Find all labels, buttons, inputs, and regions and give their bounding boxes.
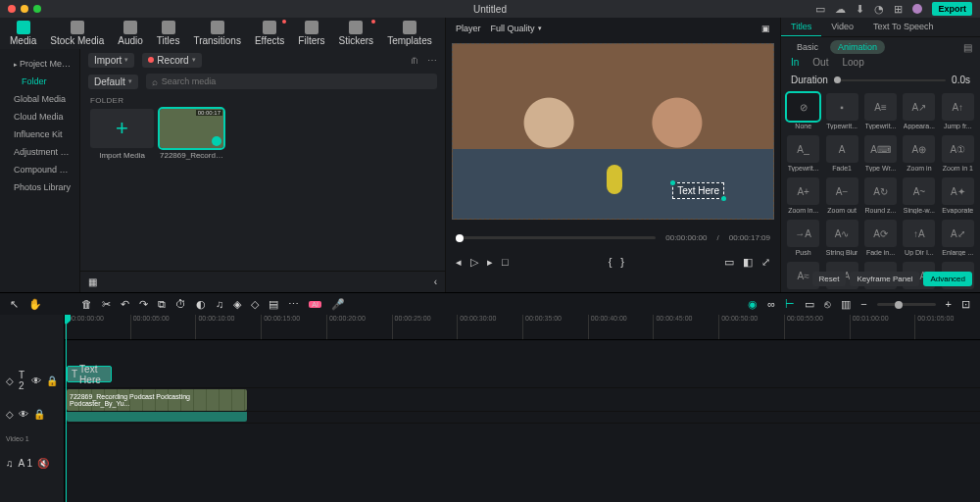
- track-head-t2[interactable]: ◇T 2👁🔒: [0, 364, 64, 397]
- mark-out-icon[interactable]: }: [620, 256, 624, 268]
- tl-key-icon[interactable]: ◇: [251, 298, 259, 311]
- tl-audio-icon[interactable]: ♫: [216, 298, 223, 310]
- track-head-v1[interactable]: ◇👁🔒: [0, 397, 64, 430]
- rtab-video[interactable]: Video: [821, 18, 863, 36]
- tab-transitions[interactable]: Transitions: [189, 21, 245, 46]
- tl-zoom-slider[interactable]: [877, 303, 936, 306]
- track-head-a1[interactable]: ♫A 1🔇: [0, 446, 64, 479]
- grid-icon[interactable]: ⊞: [894, 3, 903, 16]
- fx-8[interactable]: A⊕Zoom in: [901, 133, 937, 174]
- tl-track-icon[interactable]: ▤: [269, 298, 278, 311]
- timeline-tracks[interactable]: 00:00:00:0000:00:05:0000:00:10:0000:00:1…: [65, 315, 980, 502]
- quality-select[interactable]: Full Quality▾: [491, 24, 542, 33]
- sidebar-item-7[interactable]: Photos Library: [0, 178, 79, 196]
- cloud-icon[interactable]: ☁: [835, 3, 846, 16]
- display-icon[interactable]: ▭: [724, 256, 734, 269]
- fx-17[interactable]: A⟳Fade in...: [862, 218, 899, 258]
- layout-icon[interactable]: ▭: [815, 3, 825, 16]
- fx-18[interactable]: ↑AUp Dir I...: [901, 218, 937, 258]
- tl-redo-icon[interactable]: ↷: [139, 298, 148, 311]
- rtab-titles[interactable]: Titles: [781, 18, 821, 36]
- tl-mic-icon[interactable]: 🎤: [331, 298, 345, 311]
- tl-ai-icon[interactable]: AI: [309, 301, 321, 308]
- tl-more-icon[interactable]: ⋯: [288, 298, 299, 311]
- export-button[interactable]: Export: [932, 2, 972, 16]
- tl-undo-icon[interactable]: ↶: [121, 298, 129, 311]
- tl-marker-icon[interactable]: ◈: [233, 298, 241, 311]
- fx-5[interactable]: A⎯Typewrit...: [785, 133, 821, 174]
- bell-icon[interactable]: ◔: [874, 3, 884, 16]
- fx-7[interactable]: A⌨Type Wr...: [862, 133, 899, 174]
- preview-viewport[interactable]: Text Here: [452, 43, 774, 220]
- stop-button[interactable]: □: [502, 256, 509, 269]
- fx-16[interactable]: A∿String Blur: [823, 218, 859, 258]
- tl-fit-icon[interactable]: ⊡: [961, 298, 970, 311]
- import-media-thumb[interactable]: + Import Media: [90, 109, 154, 160]
- tab-media[interactable]: Media: [6, 21, 40, 46]
- sort-default[interactable]: Default▾: [88, 75, 138, 89]
- tl-speed-icon[interactable]: ⏱: [175, 298, 186, 310]
- tab-filters[interactable]: Filters: [294, 21, 328, 46]
- fx-0[interactable]: ⊘None: [785, 91, 821, 131]
- fx-11[interactable]: A−Zoom out: [823, 176, 859, 216]
- play-button[interactable]: ▷: [470, 256, 478, 269]
- fx-19[interactable]: A⤢Enlarge ...: [940, 218, 976, 258]
- import-button[interactable]: Import▾: [88, 53, 134, 68]
- tl-zoom-in-icon[interactable]: +: [946, 298, 952, 310]
- tab-out[interactable]: Out: [812, 57, 828, 69]
- tab-audio[interactable]: Audio: [114, 21, 147, 46]
- tab-stock-media[interactable]: Stock Media: [46, 21, 108, 46]
- playhead[interactable]: [66, 315, 67, 502]
- subtab-basic[interactable]: Basic: [789, 40, 826, 54]
- fx-3[interactable]: A↗Appeara...: [901, 91, 937, 131]
- preset-icon[interactable]: ▤: [963, 42, 972, 53]
- tl-select-icon[interactable]: ↖: [10, 298, 19, 311]
- media-clip-thumb[interactable]: 00:00:17 722869_Recording P...: [160, 109, 223, 160]
- close-icon[interactable]: [8, 5, 16, 13]
- tl-link-icon[interactable]: ∞: [767, 298, 775, 310]
- mark-in-icon[interactable]: {: [609, 256, 612, 268]
- fullscreen-icon[interactable]: ⤢: [761, 256, 770, 269]
- minimize-icon[interactable]: [21, 5, 28, 13]
- download-icon[interactable]: ⬇: [856, 3, 864, 16]
- tl-ripple-icon[interactable]: ▭: [805, 298, 814, 311]
- tl-color-icon[interactable]: ◐: [196, 298, 206, 311]
- settings-icon[interactable]: ◧: [743, 256, 753, 269]
- audio-clip[interactable]: [67, 412, 247, 422]
- fx-12[interactable]: A↻Round z...: [862, 176, 899, 216]
- fx-1[interactable]: ▪Typewrit...: [823, 91, 859, 131]
- tab-in[interactable]: In: [791, 57, 799, 69]
- tl-crop-icon[interactable]: ⧉: [158, 298, 166, 311]
- fx-13[interactable]: A~Single-w...: [901, 176, 937, 216]
- rtab-text-to-speech[interactable]: Text To Speech: [863, 18, 943, 36]
- tab-templates[interactable]: Templates: [383, 21, 436, 46]
- duration-slider[interactable]: [834, 79, 946, 81]
- sidebar-item-5[interactable]: Adjustment L...: [0, 143, 79, 161]
- sidebar-item-1[interactable]: Folder: [0, 73, 79, 90]
- tab-stickers[interactable]: Stickers: [335, 21, 378, 46]
- reset-button[interactable]: Reset: [812, 272, 847, 286]
- fx-6[interactable]: AFade1: [823, 133, 859, 174]
- tab-loop[interactable]: Loop: [842, 57, 863, 69]
- maximize-icon[interactable]: [33, 5, 41, 13]
- tl-meter-icon[interactable]: ▥: [841, 298, 851, 311]
- fx-15[interactable]: →APush: [785, 218, 821, 258]
- tl-del-icon[interactable]: 🗑: [81, 298, 92, 310]
- video-clip[interactable]: 722869_Recording Podcast Podcasting Podc…: [67, 389, 247, 411]
- fx-4[interactable]: A↑Jump fr...: [940, 91, 976, 131]
- sidebar-item-3[interactable]: Cloud Media: [0, 108, 79, 126]
- next-frame-icon[interactable]: ▸: [487, 256, 493, 269]
- tl-hand-icon[interactable]: ✋: [28, 298, 42, 311]
- prev-frame-icon[interactable]: ◂: [456, 256, 462, 269]
- tl-zoom-out-icon[interactable]: −: [860, 298, 866, 310]
- search-input[interactable]: ⌕: [146, 74, 437, 89]
- fx-2[interactable]: A≡Typewrit...: [862, 91, 899, 131]
- collapse-icon[interactable]: ‹: [434, 276, 437, 287]
- avatar[interactable]: [912, 4, 922, 14]
- fx-14[interactable]: A✦Evaporate: [940, 176, 976, 216]
- advanced-button[interactable]: Advanced: [923, 272, 972, 286]
- keyframe-panel-button[interactable]: Keyframe Panel: [850, 272, 919, 286]
- sidebar-item-2[interactable]: Global Media: [0, 90, 79, 108]
- text-overlay[interactable]: Text Here: [672, 182, 724, 199]
- tab-effects[interactable]: Effects: [251, 21, 288, 46]
